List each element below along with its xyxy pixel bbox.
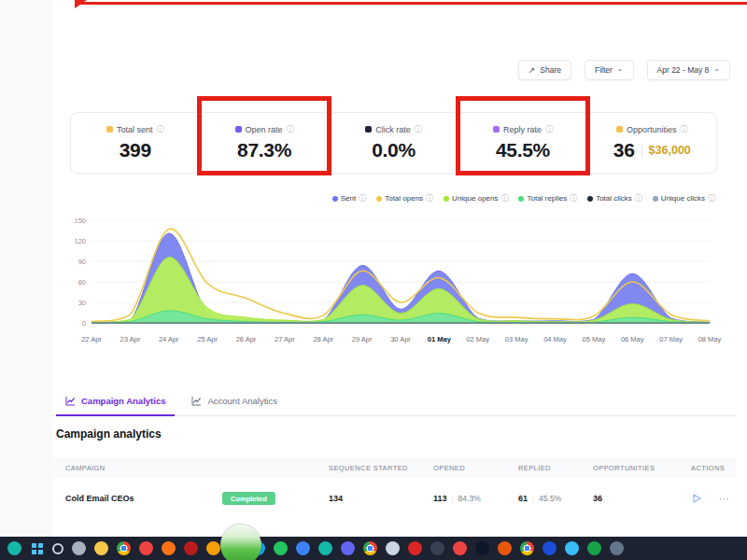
taskbar-icon-vlc[interactable] [206,541,220,555]
legend-dot-icon [587,196,593,202]
taskbar-icon-edge[interactable] [318,541,332,555]
taskbar-icon-wordpress[interactable] [453,541,467,555]
metric-dot-icon [493,126,500,133]
svg-text:30: 30 [78,299,86,307]
svg-text:26 Apr: 26 Apr [236,335,257,343]
info-icon: ⓘ [708,195,715,203]
taskbar-icon-obs[interactable] [430,541,444,555]
legend-item-total-opens[interactable]: Total opensⓘ [376,194,433,203]
legend-item-sent[interactable]: Sentⓘ [332,194,366,203]
legend-item-total-clicks[interactable]: Total clicksⓘ [587,194,642,203]
stat-value: 399 [120,139,151,161]
stat-label: Reply rate [503,125,542,134]
svg-text:23 Apr: 23 Apr [120,335,141,343]
legend-dot-icon [653,196,658,202]
legend-item-total-replies[interactable]: Total repliesⓘ [518,194,577,203]
opened-value: 113 [433,494,447,503]
svg-text:06 May: 06 May [621,335,644,343]
taskbar-icon-send[interactable] [475,541,489,555]
metric-dot-icon [365,126,372,133]
date-range-label: Apr 22 - May 8 [657,65,710,75]
webcam-overlay [220,525,261,560]
taskbar-icon-mail[interactable] [408,541,422,555]
taskbar-icon-firefox[interactable] [162,541,176,555]
stat-value: 45.5% [496,139,550,161]
col-opened: OPENED [433,464,518,472]
info-icon[interactable]: ⓘ [545,126,553,133]
info-icon: ⓘ [426,195,433,203]
taskbar-icon-file-explorer[interactable] [94,541,108,555]
play-icon[interactable] [691,493,702,504]
share-button[interactable]: ↗ Share [518,60,571,80]
legend-item-unique-opens[interactable]: Unique opensⓘ [444,194,508,203]
taskbar-icon-netflix[interactable] [184,541,198,555]
chevron-down-icon: ⌄ [617,65,624,73]
date-range-button[interactable]: Apr 22 - May 8 ⌄ [647,60,730,80]
legend-label: Unique opens [452,194,498,203]
chart-legend: SentⓘTotal opensⓘUnique opensⓘTotal repl… [332,194,715,203]
taskbar-icon-task-view[interactable] [72,541,86,555]
toolbar: ↗ Share Filter ⌄ Apr 22 - May 8 ⌄ [518,60,730,80]
opened-cell: 113|84.3% [433,494,518,503]
legend-item-unique-clicks[interactable]: Unique clicksⓘ [653,194,715,203]
taskbar-icon-zoom[interactable] [296,541,310,555]
taskbar-icon-photos[interactable] [7,541,21,555]
stat-label: Open rate [246,125,283,134]
taskbar-icon-camera[interactable] [386,541,400,555]
taskbar-icon-windows-start[interactable] [30,541,44,555]
analytics-chart: 030609012015022 Apr23 Apr24 Apr25 Apr26 … [63,209,723,349]
taskbar-icon-excel[interactable] [587,541,601,555]
analytics-page: ↗ Share Filter ⌄ Apr 22 - May 8 ⌄ Total … [52,0,736,537]
taskbar-icon-skype[interactable] [565,541,579,555]
taskbar [0,537,747,560]
taskbar-icon-teams[interactable] [341,541,355,555]
stat-card-reply-rate: Reply rateⓘ45.5% [458,113,587,173]
taskbar-icon-chrome-profile-3[interactable] [520,541,534,555]
taskbar-icon-search[interactable] [52,543,63,554]
tab-campaign-analytics[interactable]: Campaign Analytics [56,388,175,416]
stat-card-opportunities: Opportunitiesⓘ36$36,000 [588,113,716,173]
stat-card-open-rate: Open rateⓘ87.3% [200,113,329,173]
campaign-name[interactable]: Cold Email CEOs [65,494,222,503]
taskbar-icon-discord[interactable] [610,541,624,555]
col-replied: REPLIED [518,464,593,472]
legend-label: Total clicks [596,194,632,203]
stat-card-total-sent: Total sentⓘ399 [71,113,200,173]
taskbar-icon-chrome-profile-2[interactable] [363,541,377,555]
campaigns-table: CAMPAIGN SEQUENCE STARTED OPENED REPLIED… [52,457,736,519]
annotation-cursor [75,0,87,8]
svg-text:29 Apr: 29 Apr [352,335,373,343]
table-row[interactable]: Cold Email CEOs Completed 134 113|84.3% … [52,478,736,519]
col-sequence-started: SEQUENCE STARTED [329,464,433,472]
svg-text:22 Apr: 22 Apr [81,335,102,343]
status-badge: Completed [222,492,275,505]
svg-text:30 Apr: 30 Apr [390,335,411,343]
dashboard-screen: ↗ Share Filter ⌄ Apr 22 - May 8 ⌄ Total … [0,0,747,560]
col-opportunities: OPPORTUNITIES [593,464,691,472]
legend-dot-icon [332,196,338,202]
taskbar-icon-chrome[interactable] [117,541,131,555]
svg-text:03 May: 03 May [505,335,529,343]
taskbar-icon-whatsapp[interactable] [274,541,288,555]
svg-text:120: 120 [74,237,86,245]
info-icon[interactable]: ⓘ [415,126,422,133]
replied-cell: 61|45.5% [518,494,593,503]
info-icon[interactable]: ⓘ [681,126,688,133]
more-actions-icon[interactable]: ⋯ [719,493,730,505]
tab-label: Account Analytics [207,396,276,406]
filter-button[interactable]: Filter ⌄ [585,60,634,80]
svg-text:25 Apr: 25 Apr [197,335,218,343]
taskbar-icon-photoshop[interactable] [543,541,557,555]
stats-row: Total sentⓘ399Open rateⓘ87.3%Click rateⓘ… [70,112,717,174]
stat-value: 36 [613,139,635,161]
info-icon[interactable]: ⓘ [156,126,163,133]
actions-cell: ⋯ [691,493,736,505]
svg-text:07 May: 07 May [659,335,683,343]
tab-account-analytics[interactable]: Account Analytics [182,388,286,416]
info-icon[interactable]: ⓘ [287,126,294,133]
svg-text:28 Apr: 28 Apr [313,335,333,343]
taskbar-icon-gmail[interactable] [139,541,153,555]
taskbar-icon-brave[interactable] [498,541,512,555]
svg-text:60: 60 [78,278,86,287]
table-header: CAMPAIGN SEQUENCE STARTED OPENED REPLIED… [52,457,736,478]
